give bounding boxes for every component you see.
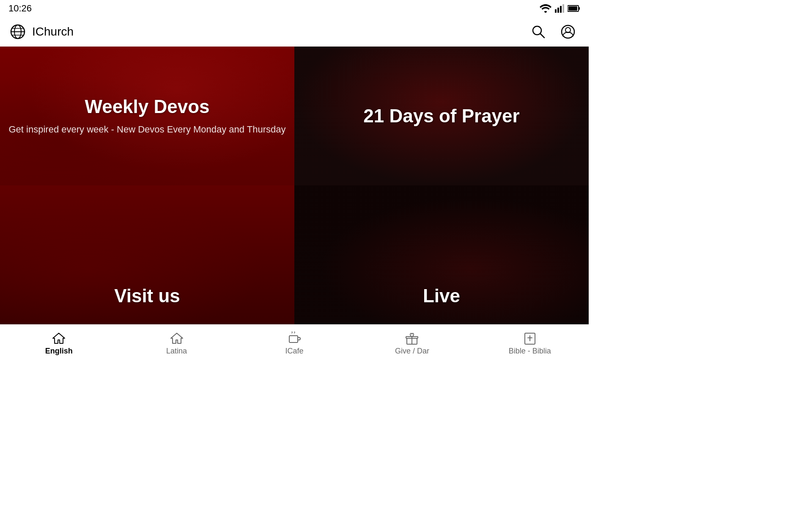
svg-rect-1	[557, 8, 559, 13]
card-visit[interactable]: Visit us	[0, 185, 294, 324]
wifi-icon	[540, 4, 551, 13]
prayer-title: 21 Days of Prayer	[363, 105, 519, 127]
weekly-devos-subtitle: Get inspired every week - New Devos Ever…	[9, 123, 286, 136]
card-live[interactable]: Live	[294, 185, 589, 324]
prayer-text: 21 Days of Prayer	[355, 97, 528, 136]
card-prayer[interactable]: 21 Days of Prayer	[294, 47, 589, 185]
nav-latina[interactable]: Latina	[118, 325, 235, 362]
home-icon-english	[52, 331, 66, 345]
nav-icafe[interactable]: ICafe	[236, 325, 353, 362]
svg-line-13	[540, 33, 545, 38]
main-content: Weekly Devos Get inspired every week - N…	[0, 47, 589, 324]
svg-rect-0	[555, 9, 557, 13]
visit-title: Visit us	[8, 285, 286, 307]
nav-give-dar[interactable]: Give / Dar	[353, 325, 471, 362]
weekly-devos-title: Weekly Devos	[9, 96, 286, 118]
gift-icon	[405, 331, 419, 345]
signal-icon	[555, 4, 564, 13]
book-cross-icon	[523, 331, 537, 345]
status-time: 10:26	[8, 3, 32, 14]
svg-rect-3	[562, 4, 564, 13]
app-bar-actions	[528, 21, 579, 42]
visit-text: Visit us	[0, 276, 294, 316]
nav-english[interactable]: English	[0, 325, 118, 362]
status-icons	[540, 4, 580, 13]
nav-english-label: English	[45, 347, 73, 356]
svg-rect-5	[579, 7, 580, 10]
nav-bible[interactable]: Bible - Biblia	[471, 325, 589, 362]
nav-give-dar-label: Give / Dar	[395, 347, 429, 356]
card-weekly-devos[interactable]: Weekly Devos Get inspired every week - N…	[0, 47, 294, 185]
search-icon	[531, 25, 546, 39]
battery-icon	[568, 5, 580, 12]
status-bar: 10:26	[0, 0, 589, 17]
svg-rect-6	[568, 6, 577, 11]
bottom-nav: English Latina ICafe Give / Dar	[0, 324, 589, 362]
nav-bible-label: Bible - Biblia	[509, 347, 551, 356]
app-bar: IChurch	[0, 17, 589, 47]
app-title: IChurch	[32, 25, 74, 39]
home-icon-latina	[170, 331, 184, 345]
weekly-devos-text: Weekly Devos Get inspired every week - N…	[0, 87, 294, 145]
profile-button[interactable]	[557, 21, 579, 42]
app-bar-left: IChurch	[10, 24, 74, 39]
live-text: Live	[294, 276, 589, 316]
nav-icafe-label: ICafe	[285, 347, 304, 356]
app-logo-icon	[10, 24, 25, 39]
svg-rect-2	[560, 6, 562, 13]
nav-latina-label: Latina	[166, 347, 187, 356]
svg-rect-16	[289, 336, 298, 342]
profile-icon	[561, 25, 575, 39]
coffee-icon	[288, 331, 301, 345]
live-title: Live	[303, 285, 580, 307]
search-button[interactable]	[528, 21, 549, 42]
